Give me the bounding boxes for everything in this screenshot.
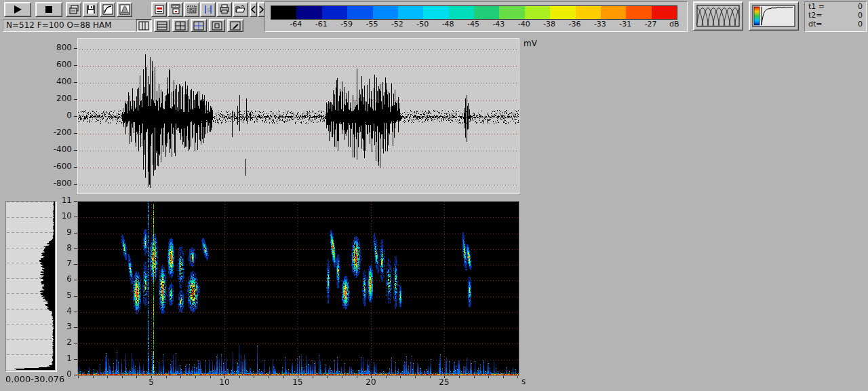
play-button[interactable] [4,2,31,17]
spectrogram-ytick [74,327,77,328]
grid-cross-icon [175,21,186,31]
prev-button[interactable] [250,2,257,17]
t1-value: 0 [858,2,863,11]
waveform-ytick-label: -800 [41,179,72,188]
spectrogram-xtick [122,376,123,378]
open-file-button[interactable] [233,2,248,17]
spectrogram-ytick [74,248,77,249]
spectrogram-xtick [107,376,108,378]
spectrogram-xtick [93,376,94,378]
waveform-ytick-label: 0 [41,111,72,120]
t2-value: 0 [858,11,863,20]
color-scale-segment [373,6,398,19]
spectrogram-xtick-label: 10 [216,377,233,387]
average-spectrum-panel[interactable] [5,201,57,372]
t1-label: t1 = [808,2,825,11]
spectrogram-app: s N=512 F=100 O=88 HAM [0,0,868,391]
readout-row-dt: dt= 0 [805,20,866,29]
spectrogram-xtick [400,376,401,378]
crosshair-button[interactable] [191,19,207,32]
waveform-ytick [74,184,77,185]
s-cursors-button[interactable]: s [200,2,216,17]
fft-status-field[interactable]: N=512 F=100 O=88 HAM [3,19,136,32]
mv-unit-label: mV [524,39,537,48]
window-function-icon [119,4,130,15]
chevron-left-icon [250,5,256,14]
waveform-ytick [74,167,77,168]
spectrogram-plot[interactable] [77,201,519,376]
print-button[interactable] [216,2,232,17]
color-scale-segment [296,6,321,19]
window-function-button[interactable] [117,2,132,17]
split-horizontal-button[interactable] [154,19,170,32]
t2-label: t2= [808,11,823,20]
waveform-ytick [74,133,77,134]
save-button[interactable] [83,2,98,17]
spectrogram-ytick [74,343,77,343]
waveform-canvas[interactable] [78,39,519,193]
time-range-label: 0.000-30.076 [5,374,64,384]
color-scale-tick-label: -38 [539,20,559,29]
spectrogram-xtick [78,376,79,378]
average-spectrum-canvas[interactable] [6,202,55,370]
split-vertical-button[interactable] [136,19,152,32]
waveform-ytick-label: 400 [41,77,72,86]
color-scale-segment [398,6,423,19]
color-scale-tick-label: -59 [336,20,357,29]
color-scale-tick-label: -27 [641,20,661,29]
db-unit-label: dB [669,20,679,29]
open-file-icon [235,4,246,15]
scale-settings-icon [170,4,181,15]
color-scale-tick-label: -48 [438,20,458,29]
svg-text:s: s [207,6,210,14]
overlap-windows-button[interactable] [693,1,743,31]
seconds-unit-label: s [521,377,526,386]
spectrogram-xtick [283,376,284,378]
crosshair-icon [193,21,204,31]
color-scale-tick-label: -31 [615,20,635,29]
spectrogram-xtick [474,376,475,378]
red-frame-button[interactable] [151,2,167,17]
color-scale-panel: -64-61-59-55-52-50-48-45-43-40-38-36-33-… [264,1,688,32]
spectrogram-canvas[interactable] [78,202,519,375]
spectrogram-xtick [269,376,269,378]
zoom-frame-button[interactable] [209,19,225,32]
color-scale-segment [322,6,347,19]
spectrogram-xtick-label: 20 [362,377,380,387]
readout-row-t1: t1 = 0 [805,2,866,11]
spectrogram-xtick-label: 15 [289,377,307,387]
spectrogram-ytick [74,280,77,280]
scale-settings-button[interactable] [167,2,183,17]
spectrogram-xtick [327,376,328,378]
spectrogram-ytick [74,264,77,265]
spectrogram-xtick [357,376,357,378]
spectrogram-xtick [488,376,489,378]
waveform-ytick-label: 600 [41,60,72,69]
color-scale-segment [271,6,296,19]
transfer-curve-button[interactable] [100,2,115,17]
color-curve-button[interactable] [749,1,799,31]
split-horizontal-icon [157,21,167,31]
waveform-ytick [74,116,77,117]
grid-cross-button[interactable] [172,19,189,32]
selection-area-button[interactable] [184,2,199,17]
stop-button[interactable] [35,2,62,17]
waveform-ytick-label: -600 [41,162,72,171]
waveform-plot[interactable] [77,38,519,194]
color-scale-tick-label: -45 [463,20,484,29]
color-scale-segment [347,6,372,19]
spectrogram-xtick [136,376,137,378]
spectrogram-xtick [517,376,518,378]
zoom-frame-icon [212,21,222,31]
cascade-windows-button[interactable] [66,2,81,17]
waveform-ytick-label: -400 [41,145,72,154]
spectrogram-xtick [166,376,167,378]
color-scale-tick-label: -50 [412,20,433,29]
spectrogram-xtick [313,376,313,378]
spectrogram-xtick [195,376,196,378]
color-scale-bar[interactable] [271,5,677,20]
waveform-ytick [74,65,77,66]
edit-button[interactable] [227,19,243,32]
spectrogram-ytick [74,233,77,234]
color-scale-segment [499,6,524,19]
